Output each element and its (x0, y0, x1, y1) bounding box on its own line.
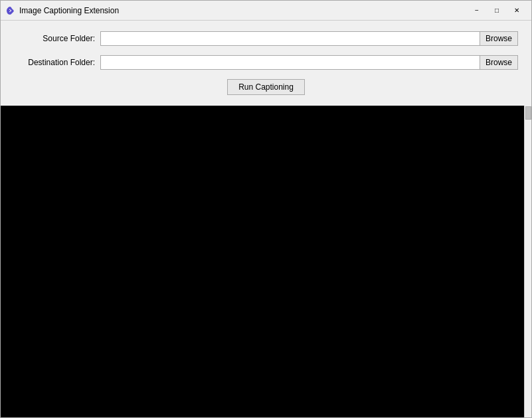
controls-panel: Source Folder: Browse Destination Folder… (1, 21, 531, 106)
scrollbar-thumb[interactable] (525, 106, 531, 120)
output-area (1, 106, 531, 417)
scrollbar-track[interactable] (524, 106, 531, 417)
destination-folder-label: Destination Folder: (14, 58, 100, 67)
destination-folder-input[interactable] (100, 55, 480, 70)
source-browse-button[interactable]: Browse (480, 31, 518, 46)
maximize-button[interactable]: □ (488, 4, 506, 17)
title-bar-controls: − □ ✕ (468, 4, 526, 17)
close-button[interactable]: ✕ (507, 4, 526, 17)
source-folder-input[interactable] (100, 31, 480, 46)
app-icon (5, 5, 15, 16)
title-bar-left: Image Captioning Extension (5, 5, 119, 16)
source-folder-row: Source Folder: Browse (14, 31, 518, 46)
run-captioning-button[interactable]: Run Captioning (227, 79, 305, 95)
minimize-button[interactable]: − (468, 4, 486, 17)
source-folder-label: Source Folder: (14, 34, 100, 43)
button-row: Run Captioning (14, 79, 518, 95)
destination-browse-button[interactable]: Browse (480, 55, 518, 70)
main-window: Image Captioning Extension − □ ✕ Source … (0, 0, 532, 418)
window-title: Image Captioning Extension (19, 6, 119, 15)
destination-folder-row: Destination Folder: Browse (14, 55, 518, 70)
title-bar: Image Captioning Extension − □ ✕ (1, 1, 531, 21)
content-area: Source Folder: Browse Destination Folder… (1, 21, 531, 417)
